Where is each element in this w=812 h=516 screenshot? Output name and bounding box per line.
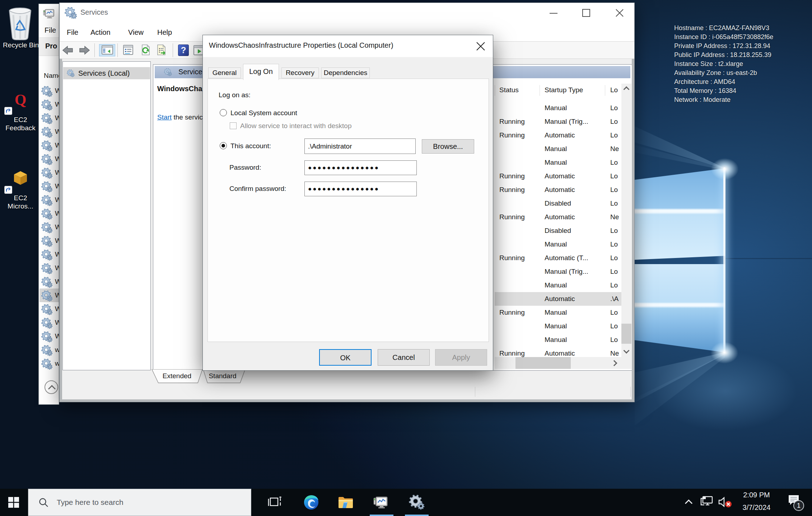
tab-standard[interactable]: Standard bbox=[205, 372, 241, 380]
service-list-row[interactable]: Running Automatic Ne bbox=[495, 347, 621, 357]
service-list-row[interactable]: Manual Lo bbox=[495, 101, 621, 115]
tab-general[interactable]: General bbox=[208, 67, 241, 78]
service-list-row[interactable]: Manual Lo bbox=[495, 278, 621, 292]
column-header-startup-type[interactable]: Startup Type bbox=[545, 86, 583, 94]
service-list-row[interactable]: W bbox=[39, 207, 59, 220]
service-list-row[interactable]: W bbox=[39, 98, 59, 111]
service-list-row[interactable]: Manual (Trig... Lo bbox=[495, 265, 621, 278]
service-list-row[interactable]: W bbox=[39, 139, 59, 152]
horizontal-scrollbar[interactable] bbox=[495, 357, 621, 369]
service-list-row[interactable]: W bbox=[39, 220, 59, 234]
start-button[interactable] bbox=[0, 489, 27, 516]
close-button[interactable] bbox=[611, 6, 628, 20]
desktop-icon-ec2-microsoft[interactable]: EC2 Micros... bbox=[3, 170, 38, 210]
forward-arrow-icon[interactable] bbox=[78, 44, 90, 56]
column-header-log-on-as[interactable]: Lo bbox=[610, 86, 618, 94]
tree-item-services-local[interactable]: Services (Local) bbox=[63, 67, 150, 79]
tab-dependencies[interactable]: Dependencies bbox=[321, 67, 370, 78]
menu-view[interactable]: View bbox=[128, 28, 144, 36]
service-list-row[interactable]: Running Automatic Lo bbox=[495, 128, 621, 142]
volume-muted-icon[interactable] bbox=[718, 496, 732, 508]
service-list-row[interactable]: w bbox=[39, 343, 59, 357]
service-list-row[interactable]: Running Automatic Ne bbox=[495, 210, 621, 224]
service-list-row[interactable]: Manual Lo bbox=[495, 319, 621, 333]
desktop-icon-ec2-feedback[interactable]: Q EC2 Feedback bbox=[3, 90, 38, 132]
ok-button[interactable]: OK bbox=[319, 349, 372, 366]
background-window-tab-label[interactable]: Pro bbox=[45, 42, 57, 50]
radio-local-system-label[interactable]: Local System account bbox=[230, 109, 297, 117]
service-list-row[interactable]: W bbox=[39, 275, 59, 289]
radio-local-system-account[interactable] bbox=[220, 109, 227, 116]
services-app-button[interactable] bbox=[403, 489, 430, 516]
notification-badge[interactable]: 1 bbox=[793, 500, 804, 511]
browse-button[interactable]: Browse... bbox=[422, 139, 474, 154]
scroll-down-icon[interactable] bbox=[624, 348, 630, 354]
service-list-row[interactable]: Manual Lo bbox=[495, 156, 621, 169]
minimize-button[interactable] bbox=[545, 6, 562, 20]
dialog-close-button[interactable] bbox=[471, 38, 489, 54]
password-input[interactable]: ●●●●●●●●●●●●●●● bbox=[304, 160, 417, 175]
service-list-row[interactable]: W bbox=[39, 302, 59, 316]
service-list-row[interactable]: Running Manual Lo bbox=[495, 306, 621, 319]
column-header-name[interactable]: Name bbox=[44, 72, 59, 80]
services-window-titlebar[interactable]: Services bbox=[60, 3, 634, 23]
dialog-titlebar[interactable]: WindowsChaosInfrastructure Properties (L… bbox=[203, 35, 493, 57]
account-input[interactable]: .\Administrator bbox=[304, 139, 416, 154]
tray-chevron-up-icon[interactable] bbox=[686, 499, 692, 505]
service-list-row[interactable]: W bbox=[39, 329, 59, 343]
service-list-row[interactable]: W bbox=[39, 125, 59, 139]
service-list-row[interactable]: Automatic .\A bbox=[495, 292, 621, 306]
tab-log-on[interactable]: Log On bbox=[243, 64, 279, 80]
scroll-up-icon[interactable] bbox=[624, 86, 630, 93]
service-list-row[interactable]: Disabled Lo bbox=[495, 197, 621, 210]
background-window-titlebar[interactable] bbox=[39, 4, 59, 23]
taskbar-clock[interactable]: 2:09 PM 3/7/2024 bbox=[732, 489, 781, 512]
service-list-row[interactable]: Manual Ne bbox=[495, 142, 621, 156]
taskbar-search-box[interactable]: Type here to search bbox=[28, 489, 251, 516]
menu-help[interactable]: Help bbox=[157, 28, 172, 36]
export-list-icon[interactable] bbox=[156, 44, 168, 56]
radio-this-account[interactable] bbox=[220, 142, 227, 149]
refresh-icon[interactable] bbox=[139, 44, 151, 56]
properties-icon[interactable] bbox=[122, 44, 134, 56]
service-list-row[interactable]: W bbox=[39, 111, 59, 125]
help-button[interactable]: ? bbox=[177, 44, 189, 56]
service-list-row[interactable]: W bbox=[39, 84, 59, 98]
service-list-row[interactable]: Running Automatic (T... Lo bbox=[495, 251, 621, 265]
service-list-row[interactable]: Running Manual (Trig... Lo bbox=[495, 115, 621, 128]
tab-recovery[interactable]: Recovery bbox=[281, 67, 319, 78]
desktop-icon-recycle-bin[interactable]: Recycle Bin bbox=[3, 6, 37, 49]
task-view-button[interactable] bbox=[261, 489, 288, 516]
service-list-row[interactable]: Running Automatic Lo bbox=[495, 183, 621, 197]
service-list-row[interactable]: w bbox=[39, 357, 59, 370]
column-header-status[interactable]: Status bbox=[499, 86, 519, 94]
service-list-row[interactable]: W bbox=[39, 248, 59, 261]
service-list-row[interactable]: W bbox=[39, 166, 59, 179]
service-list-row[interactable]: W bbox=[39, 261, 59, 275]
service-list-row[interactable]: W bbox=[39, 289, 59, 302]
menu-action[interactable]: Action bbox=[90, 28, 111, 36]
checkbox-allow-interact[interactable] bbox=[230, 122, 237, 129]
scroll-right-icon[interactable] bbox=[611, 360, 617, 366]
service-list-row[interactable]: Manual Lo bbox=[495, 333, 621, 347]
service-list-row[interactable]: Disabled Lo bbox=[495, 224, 621, 238]
service-list-row[interactable]: Manual Lo bbox=[495, 238, 621, 251]
toggle-console-tree-button[interactable] bbox=[99, 44, 115, 56]
start-service-link[interactable]: Start bbox=[157, 113, 172, 121]
horizontal-scrollbar-thumb[interactable] bbox=[515, 357, 571, 369]
service-list-row[interactable]: W bbox=[39, 152, 59, 166]
back-arrow-icon[interactable] bbox=[62, 44, 74, 56]
maximize-button[interactable] bbox=[577, 6, 594, 20]
service-list-row[interactable]: Running Automatic Lo bbox=[495, 169, 621, 183]
radio-this-account-label[interactable]: This account: bbox=[230, 142, 271, 150]
network-icon[interactable] bbox=[700, 496, 714, 507]
service-list-row[interactable]: W bbox=[39, 234, 59, 248]
menu-file[interactable]: File bbox=[45, 26, 56, 34]
performance-monitor-button[interactable] bbox=[368, 489, 395, 516]
confirm-password-input[interactable]: ●●●●●●●●●●●●●●● bbox=[304, 182, 417, 196]
service-list-row[interactable]: W bbox=[39, 193, 59, 207]
service-list-row[interactable]: W bbox=[39, 179, 59, 193]
cancel-button[interactable]: Cancel bbox=[378, 349, 430, 366]
edge-browser-button[interactable] bbox=[298, 489, 325, 516]
menu-file[interactable]: File bbox=[67, 28, 78, 36]
